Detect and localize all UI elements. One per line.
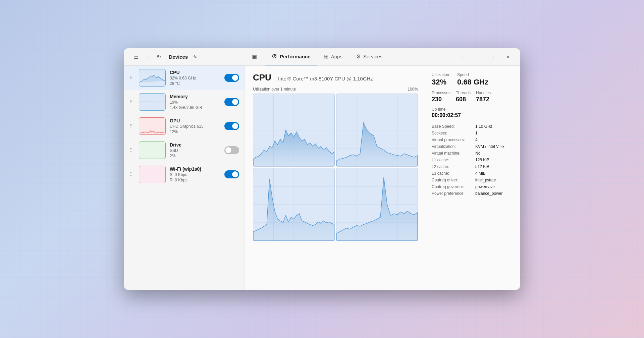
drive-info: Drive SSD 2% [170,142,220,158]
info-value-cell: powersave [475,183,515,190]
drive-toggle[interactable] [224,146,239,154]
info-value-cell: No [475,150,515,157]
charts-label-row: Utilization over 1 minute 100% [253,87,418,92]
wifi-toggle[interactable] [224,170,239,178]
refresh-button[interactable]: ↻ [155,52,163,62]
stat-utilization: Utilization 32% [432,72,449,87]
tab-performance[interactable]: ⏱ Performance [265,48,317,65]
stat-row-utilization-speed: Utilization 32% Speed 0.68 GHz [432,72,515,87]
info-table-row: Cpufreq governor:powersave [432,183,515,190]
drive-detail1: SSD [170,148,220,153]
gpu-info: GPU UHD Graphics 615 12% [170,118,220,134]
info-label-cell: L2 cache: [432,163,475,170]
info-table-row: L1 cache:128 KiB [432,157,515,163]
apps-tab-icon: ⊞ [324,53,328,60]
drive-thumbnail [139,142,166,159]
sidebar-title: Devices [169,54,188,60]
processes-value: 230 [432,96,450,103]
info-table-row: L2 cache:512 KiB [432,163,515,170]
info-value-cell: 4 [475,136,515,143]
chart-cell-3 [253,168,335,241]
minimize-icon: ─ [475,55,478,59]
services-tab-label: Services [363,54,383,59]
perf-resource-title: CPU [253,72,271,83]
device-item-wifi[interactable]: ⠿ Wi-Fi (wlp1s0) S: 0 Kbps R: 0 Kbps [124,162,245,186]
wifi-thumbnail [139,166,166,183]
gpu-detail1: UHD Graphics 615 [170,124,220,129]
info-value-cell: 1.10 GHz [475,123,515,130]
stat-speed: Speed 0.68 GHz [457,72,488,87]
info-value-cell: 512 KiB [475,163,515,170]
tab-services[interactable]: ⚙ Services [349,48,389,65]
handles-value: 7872 [476,96,491,103]
info-table-row: L3 cache:4 MiB [432,170,515,177]
memory-thumbnail [139,93,166,111]
cpu-name: CPU [170,70,220,75]
cpu-info: CPU 32% 0.68 GHz 28 °C [170,70,220,86]
apps-tab-label: Apps [331,54,342,59]
close-button[interactable]: ✕ [500,52,516,62]
cpu-thumbnail [139,69,166,87]
chart-cell-2 [336,94,418,167]
info-table-row: Power preference:balance_power [432,190,515,197]
gpu-detail2: 12% [170,129,220,134]
info-label-cell: Cpufreq driver: [432,177,475,183]
handles-label: Handles [476,91,491,95]
info-label-cell: L1 cache: [432,157,475,163]
minimize-button[interactable]: ─ [468,52,484,62]
device-item-gpu[interactable]: ⠿ GPU UHD Graphics 615 12% [124,114,245,138]
wifi-name: Wi-Fi (wlp1s0) [170,166,220,172]
main-content: ⠿ CPU 32% 0.68 GHz 28 °C ⠿ [124,66,520,290]
info-label-cell: Virtualization: [432,143,475,150]
device-item-cpu[interactable]: ⠿ CPU 32% 0.68 GHz 28 °C [124,66,245,90]
info-table-row: Base Speed:1.10 GHz [432,123,515,130]
cpu-detail1: 32% 0.68 GHz [170,76,220,80]
stat-processes: Processes 230 [432,91,450,103]
info-value-cell: intel_pstate [475,177,515,183]
drag-handle-memory: ⠿ [129,99,135,105]
info-value-cell: 128 KiB [475,157,515,163]
sidebar-toggle-button[interactable]: ▣ [249,52,260,62]
sidebar: ⠿ CPU 32% 0.68 GHz 28 °C ⠿ [124,66,245,290]
info-table-row: Virtual processors:4 [432,136,515,143]
sidebar-header-controls: ☰ ≡ ↻ Devices ✎ [128,52,249,62]
memory-info: Memory 19% 1.48 GiB/7.66 GiB [170,94,220,110]
sidebar-view-btn2[interactable]: ≡ [144,52,152,62]
info-value-cell: 4 MiB [475,170,515,177]
edit-button[interactable]: ✎ [191,52,199,62]
gpu-toggle[interactable] [224,122,239,130]
window-controls: ≡ ─ □ ✕ [457,52,516,62]
device-item-memory[interactable]: ⠿ Memory 19% 1.48 GiB/7.66 GiB [124,90,245,114]
processes-label: Processes [432,91,450,95]
drag-handle-cpu: ⠿ [129,75,135,80]
memory-toggle[interactable] [224,98,239,106]
chart-label-text: Utilization over 1 minute [253,87,296,92]
cpu-toggle[interactable] [224,74,239,82]
info-table: Base Speed:1.10 GHzSockets:1Virtual proc… [432,123,515,197]
utilization-value: 32% [432,78,449,87]
refresh-icon: ↻ [157,54,161,60]
sidebar-view-btn1[interactable]: ☰ [132,52,140,62]
gpu-thumbnail [139,117,166,135]
cpu-detail2: 28 °C [170,81,220,86]
main-window: ☰ ≡ ↻ Devices ✎ ▣ ⏱ Performance [124,48,520,290]
drag-handle-gpu: ⠿ [129,123,135,129]
uptime-value: 00:00:02:57 [432,112,515,118]
sidebar-controls: ☰ ≡ ↻ Devices ✎ [132,52,199,62]
menu-button[interactable]: ≡ [457,52,468,62]
info-label-cell: Virtual machine: [432,150,475,157]
utilization-label: Utilization [432,72,449,77]
stat-row-processes-threads-handles: Processes 230 Threads 608 Handles 7872 [432,91,515,103]
device-item-drive[interactable]: ⠿ Drive SSD 2% [124,138,245,162]
drive-name: Drive [170,142,220,148]
maximize-icon: □ [491,55,493,59]
edit-icon: ✎ [193,54,197,60]
sidebar-toggle-icon: ▣ [252,54,257,60]
list-icon: ☰ [134,54,139,60]
close-icon: ✕ [506,55,510,59]
wifi-info: Wi-Fi (wlp1s0) S: 0 Kbps R: 0 Kbps [170,166,220,182]
tab-apps[interactable]: ⊞ Apps [317,48,349,65]
info-table-row: Virtual machine:No [432,150,515,157]
chart-max-label: 100% [408,87,418,92]
maximize-button[interactable]: □ [484,52,500,62]
